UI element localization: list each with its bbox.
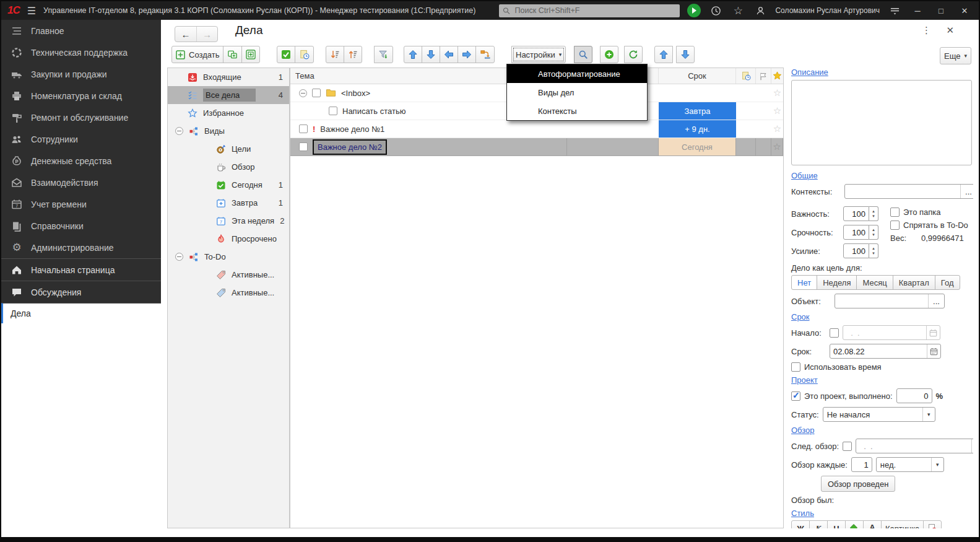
refresh-button[interactable] (624, 46, 643, 63)
stepper-arrows-icon[interactable]: ▲▼ (869, 243, 878, 258)
urgency-value[interactable] (843, 225, 869, 240)
calendar-icon[interactable] (971, 439, 973, 453)
table-search-button[interactable] (574, 46, 592, 63)
favorites-icon[interactable]: ☆ (731, 3, 745, 18)
row-checkbox[interactable] (329, 107, 337, 115)
column-header-flag-icon[interactable] (756, 68, 771, 84)
row-checkbox[interactable] (299, 142, 308, 151)
sidebar-item-catalogs[interactable]: Справочники (1, 215, 161, 237)
tree-item-all-tasks[interactable]: Все дела 4 (168, 86, 289, 104)
more-button[interactable]: Еще▾ (940, 47, 971, 64)
tree-item-active-blue[interactable]: Активные... (168, 284, 289, 302)
description-textarea[interactable] (791, 80, 972, 165)
stepper-arrows-icon[interactable]: ▲▼ (869, 225, 878, 240)
row-star-icon[interactable]: ☆ (771, 102, 783, 120)
menu-item-autoformat[interactable]: Автоформатирование (507, 64, 647, 83)
row-star-icon[interactable]: ☆ (771, 120, 783, 138)
goal-week-button[interactable]: Неделя (817, 275, 857, 290)
term-section-link[interactable]: Срок (791, 312, 810, 321)
object-value[interactable] (835, 297, 928, 306)
move-down-button[interactable] (422, 46, 440, 63)
is-project-checkbox[interactable] (791, 391, 800, 401)
due-date-input[interactable] (830, 344, 941, 359)
sidebar-item-start-page[interactable]: Начальная страница (1, 258, 161, 281)
row-expander-icon[interactable] (299, 89, 307, 97)
row-down-button[interactable] (676, 46, 695, 63)
form-close-icon[interactable]: ✕ (946, 25, 954, 36)
style-section-link[interactable]: Стиль (791, 509, 814, 518)
chevron-down-icon[interactable]: ▾ (931, 458, 943, 471)
create-folder-button[interactable] (223, 46, 242, 63)
row-checkbox[interactable] (312, 89, 321, 97)
effort-value[interactable] (843, 243, 869, 258)
goal-none-button[interactable]: Нет (791, 275, 817, 290)
underline-button[interactable]: Ч (827, 520, 846, 528)
next-review-checkbox[interactable] (843, 442, 852, 451)
menu-item-task-kinds[interactable]: Виды дел (507, 83, 647, 102)
search-input[interactable] (514, 6, 677, 15)
start-date-value[interactable] (843, 328, 926, 338)
column-header-star-icon[interactable] (771, 68, 783, 84)
sidebar-item-money[interactable]: Денежные средства (1, 150, 161, 172)
minimize-button[interactable]: ─ (909, 6, 926, 15)
description-section-link[interactable]: Описание (791, 68, 828, 77)
stepper-arrows-icon[interactable]: ▲▼ (869, 206, 878, 221)
sidebar-item-nomenclature[interactable]: Номенклатура и склад (1, 85, 161, 107)
move-right-button[interactable] (457, 46, 476, 63)
hide-in-todo-checkbox[interactable] (890, 221, 900, 230)
tree-item-favorites[interactable]: Избранное (168, 104, 289, 122)
focused-cell[interactable]: Важное дело №2 (313, 139, 387, 155)
contexts-value[interactable] (845, 187, 960, 196)
review-done-button[interactable]: Обзор проведен (821, 476, 895, 492)
goal-quarter-button[interactable]: Квартал (893, 275, 935, 290)
sidebar-item-discussions[interactable]: Обсуждения (1, 281, 161, 303)
contexts-input[interactable]: ... × (844, 184, 973, 199)
review-unit-select[interactable]: нед. ▾ (876, 457, 944, 472)
font-color-button[interactable]: А (863, 520, 882, 528)
sidebar-item-interactions[interactable]: Взаимодействия (1, 172, 161, 193)
tree-item-active-pink[interactable]: Активные... (168, 266, 289, 284)
service-menu-icon[interactable] (887, 3, 902, 18)
sidebar-item-employees[interactable]: Сотрудники (1, 128, 161, 150)
tree-item-overdue[interactable]: Просрочено (168, 230, 289, 248)
add-circle-button[interactable] (600, 46, 618, 63)
next-review-date-input[interactable] (856, 439, 973, 453)
tree-item-today[interactable]: Сегодня 1 (168, 176, 289, 194)
sidebar-item-administration[interactable]: ⚙ Администрирование (1, 237, 161, 258)
italic-button[interactable]: К (809, 520, 828, 528)
tree-item-goals[interactable]: Цели (168, 140, 289, 158)
importance-stepper[interactable]: ▲▼ (843, 206, 878, 221)
tree-item-review[interactable]: Обзор (168, 158, 289, 176)
row-star-icon[interactable]: ☆ (771, 138, 783, 155)
tree-item-this-week[interactable]: 7 Эта неделя 2 (168, 212, 289, 230)
sidebar-item-time[interactable]: 7 Учет времени (1, 193, 161, 215)
collapse-expander-icon[interactable] (175, 253, 183, 261)
global-search-input[interactable] (499, 4, 680, 17)
next-review-date-value[interactable] (856, 442, 971, 451)
close-window-button[interactable]: ✕ (956, 6, 973, 15)
review-section-link[interactable]: Обзор (791, 426, 815, 435)
sort-asc-button[interactable] (344, 46, 362, 63)
chevron-down-icon[interactable]: ▾ (922, 408, 935, 421)
common-section-link[interactable]: Общие (791, 171, 818, 180)
sidebar-item-dela-active[interactable]: Дела (1, 303, 161, 323)
use-time-checkbox[interactable] (791, 362, 800, 372)
sidebar-item-tech-support[interactable]: Техническая поддержка (1, 42, 161, 63)
calendar-icon[interactable] (927, 344, 940, 358)
table-row-important-1[interactable]: ! Важное дело №1 + 9 дн. ☆ (290, 120, 783, 138)
move-left-button[interactable] (440, 46, 458, 63)
hamburger-menu-icon[interactable]: ☰ (27, 5, 36, 17)
object-pick-button[interactable]: ... (928, 294, 944, 308)
bold-button[interactable]: Ж (791, 520, 810, 528)
collapse-expander-icon[interactable] (175, 127, 183, 135)
row-star-icon[interactable]: ☆ (771, 84, 783, 102)
review-every-input[interactable] (851, 457, 872, 472)
percent-done-input[interactable] (896, 388, 932, 403)
goal-month-button[interactable]: Месяц (856, 275, 893, 290)
sort-desc-button[interactable] (326, 46, 344, 63)
importance-value[interactable] (843, 206, 869, 221)
row-up-button[interactable] (654, 46, 673, 63)
column-header-due[interactable]: Срок (659, 68, 736, 84)
sidebar-item-glavnoe[interactable]: Главное (1, 20, 161, 42)
contexts-pick-button[interactable]: ... (960, 185, 973, 198)
